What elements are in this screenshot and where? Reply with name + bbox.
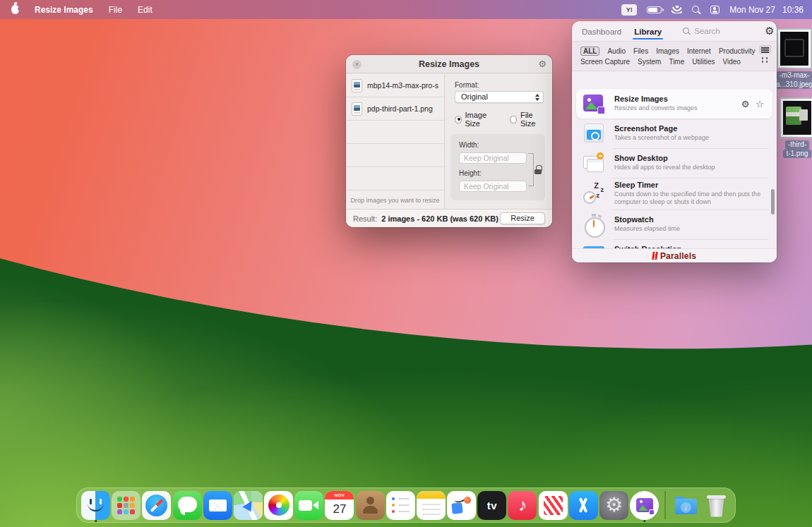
tool-row-sleep-timer[interactable]: Sleep Timer Counts down to the specified…	[576, 178, 772, 210]
category-screen-capture[interactable]: Screen Capture	[580, 58, 630, 66]
dock-apple-tv[interactable]: tv	[477, 487, 507, 523]
tool-row-switch-resolution[interactable]: Switch Resolution Quickly switches displ…	[576, 239, 772, 249]
width-label: Width:	[459, 141, 527, 149]
tool-star-icon[interactable]: ☆	[756, 99, 764, 109]
menu-bar: Resize Images File Edit Y! Mon Nov 27 10…	[0, 0, 812, 19]
empty-file-row	[346, 167, 444, 190]
menu-date: Mon Nov 27	[729, 5, 775, 15]
panel-footer: Parallels	[572, 248, 777, 262]
dock-launchpad[interactable]	[111, 487, 141, 523]
tab-dashboard[interactable]: Dashboard	[582, 23, 621, 40]
dock-trash[interactable]	[701, 487, 732, 523]
parallels-toolbox-menu-icon[interactable]: Y!	[621, 4, 637, 16]
toolbox-search[interactable]	[683, 27, 765, 35]
png-thumbnail	[780, 97, 812, 138]
mail-icon	[203, 491, 232, 520]
parallels-brand-text: Parallels	[660, 251, 696, 261]
lock-icon[interactable]	[535, 165, 542, 174]
desktop-file-jpeg[interactable]: -m3-max-a...310.jpeg	[774, 28, 812, 89]
menu-edit[interactable]: Edit	[138, 5, 153, 15]
tool-title: Sleep Timer	[614, 181, 765, 189]
dock-music[interactable]	[507, 487, 537, 523]
stopwatch-tool-icon	[582, 212, 606, 236]
dock-calendar[interactable]: NOV 27	[324, 487, 354, 523]
tool-title: Show Desktop	[614, 154, 765, 162]
resize-button[interactable]: Resize	[500, 212, 545, 224]
result-label: Result:	[353, 214, 377, 223]
tool-gear-icon[interactable]: ⚙	[741, 99, 750, 109]
dock-resize-images[interactable]	[629, 487, 659, 523]
tab-library[interactable]: Library	[634, 23, 662, 40]
tool-row-screenshot-page[interactable]: Screenshot Page Takes a screenshot of a …	[576, 119, 772, 148]
category-system[interactable]: System	[638, 58, 661, 66]
category-time[interactable]: Time	[669, 58, 684, 66]
window-titlebar[interactable]: × Resize Images ⚙	[346, 55, 552, 73]
format-dropdown[interactable]: Original	[455, 91, 544, 103]
resize-images-window: × Resize Images ⚙ mbp14-m3-max-pro-sp...…	[346, 55, 552, 227]
category-audio[interactable]: Audio	[607, 47, 626, 55]
sleep-timer-tool-icon	[582, 181, 606, 205]
dock-notes[interactable]	[416, 487, 446, 523]
list-view-icon[interactable]	[759, 45, 771, 54]
jpeg-filename: -m3-max-a...310.jpeg	[773, 71, 812, 89]
width-input[interactable]	[459, 152, 527, 164]
height-input[interactable]	[459, 181, 527, 192]
tool-row-stopwatch[interactable]: Stopwatch Measures elapsed time	[576, 210, 772, 239]
search-input[interactable]	[694, 27, 765, 35]
dock-contacts[interactable]	[355, 487, 386, 523]
window-footer: Result: 2 images - 620 KB (was 620 KB) R…	[346, 209, 552, 227]
category-all[interactable]: ALL	[580, 47, 599, 56]
close-button[interactable]: ×	[352, 60, 362, 69]
menu-clock[interactable]: Mon Nov 27 10:36	[729, 5, 804, 15]
dock-maps[interactable]	[233, 487, 263, 523]
apple-menu-icon[interactable]	[11, 5, 19, 14]
window-settings-gear-icon[interactable]: ⚙	[538, 59, 547, 69]
desktop-file-png[interactable]: -third-t-1.png	[777, 97, 812, 158]
file-row[interactable]: pdp-third-part-1.png	[346, 97, 444, 121]
dock-downloads[interactable]: ↓	[671, 487, 701, 523]
scrollbar-thumb[interactable]	[771, 189, 775, 214]
tool-subtitle: Takes a screenshot of a webpage	[614, 134, 765, 142]
tool-row-resize-images[interactable]: Resize Images Resizes and converts image…	[576, 89, 772, 119]
freeform-icon	[447, 491, 476, 520]
tool-title: Stopwatch	[614, 215, 765, 224]
apple-tv-icon: tv	[477, 491, 506, 520]
dock-freeform[interactable]	[446, 487, 477, 523]
image-size-radio[interactable]: Image Size	[455, 111, 497, 128]
battery-icon[interactable]	[647, 6, 662, 13]
menu-file[interactable]: File	[109, 5, 122, 15]
user-switch-icon[interactable]	[710, 6, 720, 14]
running-indicator	[95, 520, 97, 523]
dock-finder[interactable]	[80, 487, 111, 523]
category-productivity[interactable]: Productivity	[719, 47, 756, 55]
screenshot-page-tool-icon	[582, 121, 606, 145]
category-files[interactable]: Files	[633, 47, 648, 55]
radio-selected-icon	[455, 116, 462, 123]
tool-subtitle: Hides all apps to reveal the desktop	[614, 164, 765, 171]
category-video[interactable]: Video	[722, 58, 740, 66]
category-internet[interactable]: Internet	[687, 47, 711, 55]
grid-view-icon[interactable]	[761, 56, 770, 63]
dock-news[interactable]	[538, 487, 568, 523]
app-menu-title[interactable]: Resize Images	[35, 5, 93, 15]
category-utilities[interactable]: Utilities	[692, 58, 715, 66]
dock-app-store[interactable]	[568, 487, 599, 523]
file-size-radio[interactable]: File Size	[510, 111, 545, 128]
category-images[interactable]: Images	[656, 47, 679, 55]
dock-mail[interactable]	[203, 487, 233, 523]
dock-messages[interactable]	[172, 487, 203, 523]
search-icon[interactable]	[692, 6, 700, 14]
tool-row-show-desktop[interactable]: Show Desktop Hides all apps to reveal th…	[576, 148, 772, 178]
tool-subtitle: Resizes and converts images	[614, 104, 732, 112]
dock-system-settings[interactable]	[599, 487, 629, 523]
dropdown-arrows-icon	[535, 93, 539, 102]
wifi-icon[interactable]	[671, 6, 682, 13]
dock-reminders[interactable]	[386, 487, 416, 523]
image-file-icon	[352, 79, 362, 92]
contacts-icon	[356, 491, 385, 520]
dock-photos[interactable]	[263, 487, 294, 523]
dock-safari[interactable]	[141, 487, 172, 523]
file-row[interactable]: mbp14-m3-max-pro-sp...	[346, 74, 444, 97]
toolbox-settings-gear-icon[interactable]: ⚙	[765, 25, 774, 37]
dock-facetime[interactable]	[294, 487, 324, 523]
